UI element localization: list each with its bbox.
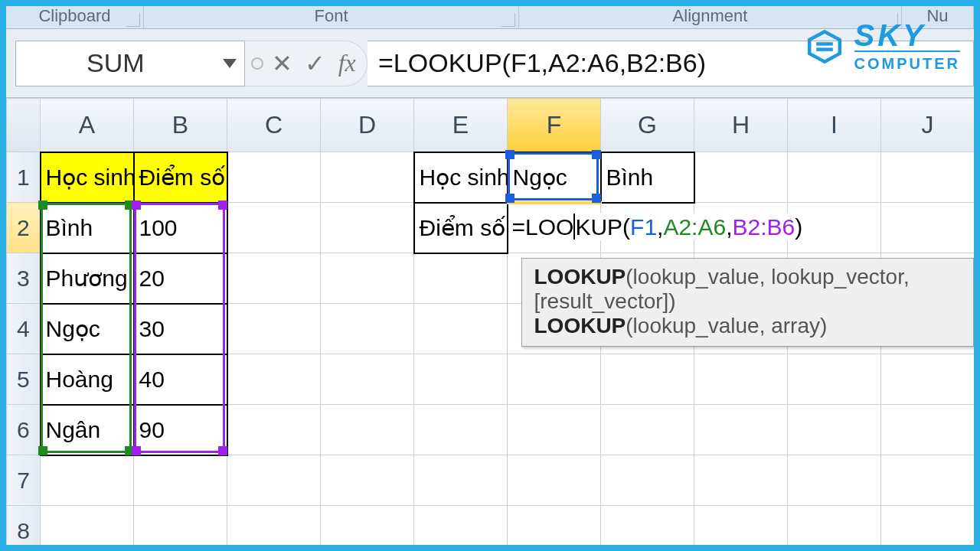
cell-J1[interactable] — [881, 152, 975, 203]
cell-D3[interactable] — [321, 253, 414, 304]
column-header-J[interactable]: J — [881, 99, 975, 152]
cell-A5[interactable]: Hoàng — [41, 354, 134, 405]
chevron-down-icon[interactable] — [223, 59, 237, 68]
cell-F5[interactable] — [508, 354, 601, 405]
cell-F8[interactable] — [508, 506, 601, 546]
column-header-G[interactable]: G — [601, 99, 694, 152]
row-header-5[interactable]: 5 — [7, 354, 41, 405]
select-all-corner[interactable] — [7, 99, 41, 152]
row-header-1[interactable]: 1 — [7, 152, 41, 203]
cell-I5[interactable] — [788, 354, 881, 405]
cell-F1[interactable]: Ngọc — [508, 152, 601, 203]
row-header-6[interactable]: 6 — [7, 405, 41, 455]
cell-A2[interactable]: Bình — [41, 203, 134, 253]
cell-H8[interactable] — [694, 506, 788, 546]
cell-C8[interactable] — [227, 506, 321, 546]
tooltip-row-2[interactable]: LOOKUP(lookup_value, array) — [534, 314, 962, 338]
cell-B8[interactable] — [134, 506, 227, 546]
cell-E8[interactable] — [414, 506, 508, 546]
cell-C6[interactable] — [227, 405, 321, 455]
clipboard-launcher-icon[interactable] — [126, 13, 140, 27]
cell-G1[interactable]: Bình — [601, 152, 694, 203]
cell-I8[interactable] — [788, 506, 881, 546]
cell-D6[interactable] — [321, 405, 414, 455]
cell-A6[interactable]: Ngân — [41, 405, 134, 455]
cell-I6[interactable] — [788, 405, 881, 455]
column-header-B[interactable]: B — [134, 99, 227, 152]
cell-G6[interactable] — [601, 405, 694, 455]
edit-seg-3: ) — [795, 214, 802, 240]
cell-C3[interactable] — [227, 253, 321, 304]
cell-C1[interactable] — [227, 152, 321, 203]
cell-C5[interactable] — [227, 354, 321, 405]
cell-E5[interactable] — [414, 354, 508, 405]
cell-H1[interactable] — [694, 152, 788, 203]
column-header-F[interactable]: F — [508, 99, 601, 152]
cell-J2[interactable] — [881, 203, 975, 253]
cell-E6[interactable] — [414, 405, 508, 455]
cell-E4[interactable] — [414, 304, 508, 354]
cell-D8[interactable] — [321, 506, 414, 546]
row-header-2[interactable]: 2 — [7, 203, 41, 253]
cell-B5[interactable]: 40 — [134, 354, 227, 405]
cell-J7[interactable] — [881, 455, 975, 506]
font-launcher-icon[interactable] — [501, 13, 515, 27]
cell-B1[interactable]: Điểm số — [134, 152, 227, 203]
cell-H7[interactable] — [694, 455, 788, 506]
cell-D5[interactable] — [321, 354, 414, 405]
cell-I7[interactable] — [788, 455, 881, 506]
cell-A8[interactable] — [41, 506, 134, 546]
cell-C2[interactable] — [227, 203, 321, 253]
column-header-D[interactable]: D — [321, 99, 414, 152]
cell-D1[interactable] — [321, 152, 414, 203]
enter-formula-button[interactable]: ✓ — [300, 49, 330, 78]
cell-editor[interactable]: =LOOKUP(F1,A2:A6,B2:B6) — [509, 214, 806, 240]
tooltip-row-1[interactable]: LOOKUP(lookup_value, lookup_vector, [res… — [534, 265, 962, 314]
cell-E7[interactable] — [414, 455, 508, 506]
cell-J8[interactable] — [881, 506, 975, 546]
cell-B2[interactable]: 100 — [134, 203, 227, 253]
cell-B6[interactable]: 90 — [134, 405, 227, 455]
cancel-formula-button[interactable]: ✕ — [267, 49, 297, 78]
cell-E3[interactable] — [414, 253, 508, 304]
cell-E2[interactable]: Điểm số — [414, 203, 508, 253]
cell-G8[interactable] — [601, 506, 694, 546]
row-header-4[interactable]: 4 — [7, 304, 41, 354]
cell-C4[interactable] — [227, 304, 321, 354]
function-tooltip[interactable]: LOOKUP(lookup_value, lookup_vector, [res… — [521, 258, 975, 347]
fx-icon[interactable]: fx — [334, 49, 361, 77]
cell-A4[interactable]: Ngọc — [41, 304, 134, 354]
grid[interactable]: ABCDEFGHIJ 1Học sinhĐiểm sốHọc sinhNgọcB… — [6, 98, 974, 545]
row-header-7[interactable]: 7 — [7, 455, 41, 506]
name-box[interactable]: SUM — [15, 41, 245, 86]
ribbon-group-align-label: Alignment — [673, 6, 748, 26]
cell-G5[interactable] — [601, 354, 694, 405]
cell-D7[interactable] — [321, 455, 414, 506]
cell-B4[interactable]: 30 — [134, 304, 227, 354]
column-header-E[interactable]: E — [414, 99, 508, 152]
cell-H6[interactable] — [694, 405, 788, 455]
cell-D4[interactable] — [321, 304, 414, 354]
row-header-3[interactable]: 3 — [7, 253, 41, 304]
cell-G7[interactable] — [601, 455, 694, 506]
cell-D2[interactable] — [321, 203, 414, 253]
cell-C7[interactable] — [227, 455, 321, 506]
column-header-C[interactable]: C — [227, 99, 321, 152]
cell-A3[interactable]: Phương — [41, 253, 134, 304]
cell-B3[interactable]: 20 — [134, 253, 227, 304]
cell-A1[interactable]: Học sinh — [41, 152, 134, 203]
column-header-A[interactable]: A — [41, 99, 134, 152]
cell-B7[interactable] — [134, 455, 227, 506]
column-header-I[interactable]: I — [788, 99, 881, 152]
cell-J6[interactable] — [881, 405, 975, 455]
formula-wizard-icon[interactable] — [251, 57, 263, 70]
cell-J5[interactable] — [881, 354, 975, 405]
cell-F6[interactable] — [508, 405, 601, 455]
cell-A7[interactable] — [41, 455, 134, 506]
cell-F7[interactable] — [508, 455, 601, 506]
cell-I1[interactable] — [788, 152, 881, 203]
column-header-H[interactable]: H — [694, 99, 788, 152]
cell-E1[interactable]: Học sinh — [414, 152, 508, 203]
row-header-8[interactable]: 8 — [7, 506, 41, 546]
cell-H5[interactable] — [694, 354, 788, 405]
